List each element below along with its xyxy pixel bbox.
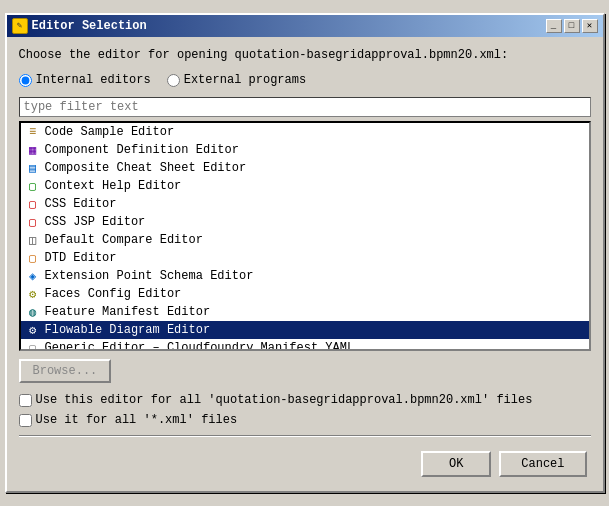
list-item[interactable]: ▢CSS Editor bbox=[21, 195, 589, 213]
list-item-icon: ⚙ bbox=[25, 286, 41, 302]
external-programs-option[interactable]: External programs bbox=[167, 73, 306, 87]
editor-selection-dialog: ✎ Editor Selection _ □ ✕ Choose the edit… bbox=[5, 13, 605, 494]
list-item-label: Generic Editor – Cloudfoundry Manifest Y… bbox=[45, 341, 355, 351]
list-item-icon: ▢ bbox=[25, 214, 41, 230]
dialog-content: Choose the editor for opening quotation-… bbox=[7, 37, 603, 492]
close-button[interactable]: ✕ bbox=[582, 19, 598, 33]
list-item[interactable]: ◫Default Compare Editor bbox=[21, 231, 589, 249]
list-item-label: Component Definition Editor bbox=[45, 143, 239, 157]
list-item[interactable]: ⚙Faces Config Editor bbox=[21, 285, 589, 303]
titlebar: ✎ Editor Selection _ □ ✕ bbox=[7, 15, 603, 37]
list-item[interactable]: ▦Component Definition Editor bbox=[21, 141, 589, 159]
titlebar-buttons: _ □ ✕ bbox=[546, 19, 598, 33]
checkbox-option-2[interactable]: Use it for all '*.xml' files bbox=[19, 413, 591, 427]
list-item-icon: ≡ bbox=[25, 124, 41, 140]
browse-button[interactable]: Browse... bbox=[19, 359, 112, 383]
list-item[interactable]: ◍Feature Manifest Editor bbox=[21, 303, 589, 321]
description-text: Choose the editor for opening quotation-… bbox=[19, 47, 591, 64]
minimize-button[interactable]: _ bbox=[546, 19, 562, 33]
checkbox-xml-files[interactable] bbox=[19, 414, 32, 427]
editor-list[interactable]: ≡Code Sample Editor▦Component Definition… bbox=[19, 121, 591, 351]
button-row: OK Cancel bbox=[19, 445, 591, 481]
maximize-button[interactable]: □ bbox=[564, 19, 580, 33]
list-item-label: DTD Editor bbox=[45, 251, 117, 265]
editor-type-radio-group: Internal editors External programs bbox=[19, 73, 591, 87]
list-item-label: Context Help Editor bbox=[45, 179, 182, 193]
list-item-label: CSS JSP Editor bbox=[45, 215, 146, 229]
list-item-icon: ▢ bbox=[25, 340, 41, 351]
external-programs-label: External programs bbox=[184, 73, 306, 87]
internal-editors-option[interactable]: Internal editors bbox=[19, 73, 151, 87]
list-item-icon: ⚙ bbox=[25, 322, 41, 338]
external-programs-radio[interactable] bbox=[167, 74, 180, 87]
list-item[interactable]: ▤Composite Cheat Sheet Editor bbox=[21, 159, 589, 177]
list-item[interactable]: ◈Extension Point Schema Editor bbox=[21, 267, 589, 285]
internal-editors-label: Internal editors bbox=[36, 73, 151, 87]
list-item[interactable]: ≡Code Sample Editor bbox=[21, 123, 589, 141]
list-item-label: Flowable Diagram Editor bbox=[45, 323, 211, 337]
list-item-icon: ◍ bbox=[25, 304, 41, 320]
checkbox-option-1[interactable]: Use this editor for all 'quotation-baseg… bbox=[19, 393, 591, 407]
list-item[interactable]: ▢CSS JSP Editor bbox=[21, 213, 589, 231]
list-item-icon: ▢ bbox=[25, 250, 41, 266]
list-item-icon: ▢ bbox=[25, 178, 41, 194]
list-item[interactable]: ⚙Flowable Diagram Editor bbox=[21, 321, 589, 339]
list-item-icon: ◫ bbox=[25, 232, 41, 248]
checkbox-all-files[interactable] bbox=[19, 394, 32, 407]
browse-section: Browse... bbox=[19, 359, 591, 383]
list-item-icon: ◈ bbox=[25, 268, 41, 284]
list-item-label: CSS Editor bbox=[45, 197, 117, 211]
list-item-icon: ▤ bbox=[25, 160, 41, 176]
window-title: Editor Selection bbox=[32, 19, 147, 33]
list-item-label: Composite Cheat Sheet Editor bbox=[45, 161, 247, 175]
list-item-label: Default Compare Editor bbox=[45, 233, 203, 247]
window-icon: ✎ bbox=[12, 18, 28, 34]
list-item[interactable]: ▢DTD Editor bbox=[21, 249, 589, 267]
list-item[interactable]: ▢Context Help Editor bbox=[21, 177, 589, 195]
checkbox-group: Use this editor for all 'quotation-baseg… bbox=[19, 393, 591, 427]
list-item-icon: ▢ bbox=[25, 196, 41, 212]
filter-input[interactable] bbox=[19, 97, 591, 117]
cancel-button[interactable]: Cancel bbox=[499, 451, 586, 477]
list-item-label: Code Sample Editor bbox=[45, 125, 175, 139]
list-item-label: Faces Config Editor bbox=[45, 287, 182, 301]
checkbox-option-1-label: Use this editor for all 'quotation-baseg… bbox=[36, 393, 533, 407]
divider bbox=[19, 435, 591, 437]
list-item-icon: ▦ bbox=[25, 142, 41, 158]
list-item-label: Extension Point Schema Editor bbox=[45, 269, 254, 283]
titlebar-left: ✎ Editor Selection bbox=[12, 18, 147, 34]
checkbox-option-2-label: Use it for all '*.xml' files bbox=[36, 413, 238, 427]
ok-button[interactable]: OK bbox=[421, 451, 491, 477]
list-item[interactable]: ▢Generic Editor – Cloudfoundry Manifest … bbox=[21, 339, 589, 351]
internal-editors-radio[interactable] bbox=[19, 74, 32, 87]
list-item-label: Feature Manifest Editor bbox=[45, 305, 211, 319]
